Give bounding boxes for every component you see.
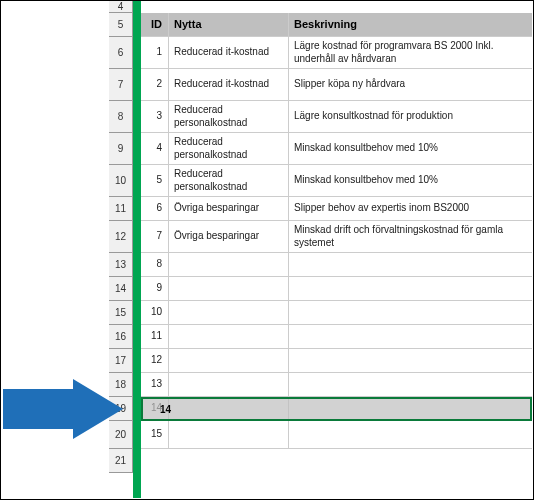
table-row[interactable]: 5Reducerad personalkostnadMinskad konsul… (141, 165, 532, 197)
cell-id: 3 (141, 101, 169, 132)
cell-nytta (169, 253, 289, 276)
table-row[interactable]: 3Reducerad personalkostnadLägre konsultk… (141, 101, 532, 133)
cell-id: 12 (141, 349, 169, 372)
cell-id: 15 (141, 421, 169, 448)
row-header-14[interactable]: 14 (109, 277, 133, 301)
cell-beskrivning: Minskad konsultbehov med 10% (289, 133, 532, 164)
table-row[interactable]: 6Övriga besparingarSlipper behov av expe… (141, 197, 532, 221)
cell-beskrivning (289, 253, 532, 276)
cell-beskrivning (289, 325, 532, 348)
cell-nytta: Övriga besparingar (169, 197, 289, 220)
row-header-10[interactable]: 10 (109, 165, 133, 197)
row-header-15[interactable]: 15 (109, 301, 133, 325)
header-row: IDNyttaBeskrivning (141, 13, 532, 37)
cell-id: 13 (141, 373, 169, 396)
cell-nytta (169, 349, 289, 372)
table-row[interactable]: 2Reducerad it-kostnadSlipper köpa ny hår… (141, 69, 532, 101)
table-row[interactable]: 9 (141, 277, 532, 301)
cell-nytta (169, 301, 289, 324)
header-id: ID (141, 13, 169, 36)
cell-id: 1 (141, 37, 169, 68)
header-nytta: Nytta (169, 13, 289, 36)
arrow-icon (3, 379, 123, 439)
table-row[interactable]: 7Övriga besparingarMinskad drift och för… (141, 221, 532, 253)
row-header-4[interactable]: 4 (109, 1, 133, 13)
cell-nytta (169, 421, 289, 448)
cell-nytta (169, 325, 289, 348)
row-header-12[interactable]: 12 (109, 221, 133, 253)
row-header-9[interactable]: 9 (109, 133, 133, 165)
table-row[interactable]: 4Reducerad personalkostnadMinskad konsul… (141, 133, 532, 165)
green-column (133, 1, 141, 498)
header-beskrivning: Beskrivning (289, 13, 532, 36)
cell-beskrivning: Minskad konsultbehov med 10% (289, 165, 532, 196)
cell-beskrivning (289, 277, 532, 300)
cell-beskrivning (289, 301, 532, 324)
cell-nytta: Reducerad personalkostnad (169, 101, 289, 132)
cell-beskrivning: Slipper köpa ny hårdvara (289, 69, 532, 100)
row-header-11[interactable]: 11 (109, 197, 133, 221)
cell-nytta (169, 373, 289, 396)
cell-beskrivning: Lägre kostnad för programvara BS 2000 In… (289, 37, 532, 68)
table-row[interactable]: 8 (141, 253, 532, 277)
cell-id: 4 (141, 133, 169, 164)
cell-nytta: Reducerad it-kostnad (169, 37, 289, 68)
cell-id: 9 (141, 277, 169, 300)
svg-marker-0 (3, 379, 123, 439)
cell-id: 2 (141, 69, 169, 100)
cell-nytta: Reducerad personalkostnad (169, 165, 289, 196)
cell-id: 7 (141, 221, 169, 252)
cell-id: 11 (141, 325, 169, 348)
cell-beskrivning: Slipper behov av expertis inom BS2000 (289, 197, 532, 220)
cell-id: 6 (141, 197, 169, 220)
cell-beskrivning (289, 349, 532, 372)
cell-nytta (169, 277, 289, 300)
cell-beskrivning (289, 373, 532, 396)
table-row[interactable]: 11 (141, 325, 532, 349)
cell-id: 5 (141, 165, 169, 196)
row-header-17[interactable]: 17 (109, 349, 133, 373)
cell-nytta: Reducerad personalkostnad (169, 133, 289, 164)
cell-beskrivning: Minskad drift och förvaltningskostnad fö… (289, 221, 532, 252)
row-header-5[interactable]: 5 (109, 13, 133, 37)
selected-row[interactable]: 14 (141, 397, 532, 421)
row-header-16[interactable]: 16 (109, 325, 133, 349)
table-row[interactable]: 10 (141, 301, 532, 325)
row-header-13[interactable]: 13 (109, 253, 133, 277)
selected-id: 14 (148, 404, 177, 415)
cell-nytta: Reducerad it-kostnad (169, 69, 289, 100)
sheet-content: IDNyttaBeskrivning1Reducerad it-kostnadL… (141, 1, 532, 498)
cell-id: 8 (141, 253, 169, 276)
cell-beskrivning (289, 421, 532, 448)
row-header-21[interactable]: 21 (109, 449, 133, 473)
cell-beskrivning: Lägre konsultkostnad för produktion (289, 101, 532, 132)
row-header-6[interactable]: 6 (109, 37, 133, 69)
table-row[interactable]: 12 (141, 349, 532, 373)
table-row[interactable]: 15 (141, 421, 532, 449)
table-row[interactable]: 13 (141, 373, 532, 397)
cell-nytta: Övriga besparingar (169, 221, 289, 252)
row-header-7[interactable]: 7 (109, 69, 133, 101)
cell-id: 10 (141, 301, 169, 324)
table-row[interactable]: 1Reducerad it-kostnadLägre kostnad för p… (141, 37, 532, 69)
row-header-8[interactable]: 8 (109, 101, 133, 133)
